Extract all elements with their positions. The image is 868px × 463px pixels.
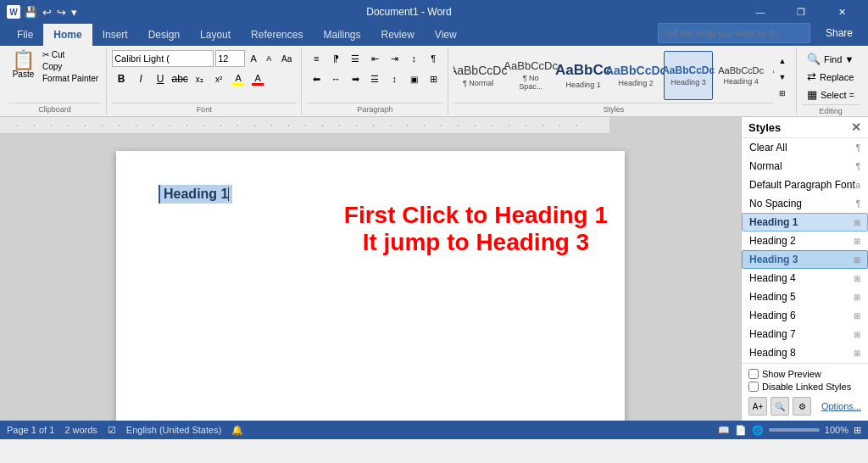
- style-heading2[interactable]: AaBbCcDc Heading 2: [611, 51, 660, 100]
- annotation-line2: It jump to Heading 3: [344, 229, 608, 256]
- tab-review[interactable]: Review: [370, 24, 424, 46]
- read-mode-icon[interactable]: 📖: [718, 425, 730, 436]
- panel-item-heading7[interactable]: Heading 7 ⊞: [742, 325, 868, 343]
- numbering-button[interactable]: ⁋: [326, 49, 345, 68]
- show-preview-checkbox[interactable]: Show Preview: [748, 369, 861, 379]
- tab-home[interactable]: Home: [43, 24, 92, 46]
- multilevel-button[interactable]: ☰: [346, 49, 364, 68]
- text-highlight-button[interactable]: A: [229, 70, 248, 88]
- ribbon: 📋 Paste ✂ Cut Copy Format Painter Clipbo…: [0, 46, 868, 117]
- styles-more[interactable]: ⊞: [776, 86, 789, 101]
- italic-button[interactable]: I: [131, 70, 150, 88]
- panel-item-heading8[interactable]: Heading 8 ⊞: [742, 343, 868, 362]
- inspector-button[interactable]: 🔍: [771, 397, 789, 416]
- styles-scroll-down[interactable]: ▼: [776, 70, 789, 85]
- subscript-button[interactable]: x₂: [190, 70, 209, 88]
- style-h4-label: Heading 4: [724, 77, 759, 86]
- page-info[interactable]: Page 1 of 1: [7, 425, 54, 435]
- clear-format-button[interactable]: Aa: [277, 49, 296, 68]
- minimize-button[interactable]: —: [741, 0, 780, 24]
- font-grow-button[interactable]: A: [247, 50, 260, 67]
- shading-button[interactable]: ▣: [404, 70, 423, 88]
- tell-me-input[interactable]: [658, 23, 810, 43]
- tab-view[interactable]: View: [425, 24, 467, 46]
- cut-button[interactable]: ✂ Cut: [40, 49, 101, 60]
- zoom-fit-icon[interactable]: ⊞: [854, 425, 861, 436]
- panel-item-normal[interactable]: Normal ¶: [742, 157, 868, 176]
- panel-item-heading4[interactable]: Heading 4 ⊞: [742, 269, 868, 287]
- bullets-button[interactable]: ≡: [307, 49, 326, 68]
- tab-file[interactable]: File: [7, 24, 43, 46]
- underline-button[interactable]: U: [151, 70, 170, 88]
- tab-design[interactable]: Design: [138, 24, 190, 46]
- tab-references[interactable]: References: [241, 24, 313, 46]
- font-name-select[interactable]: [112, 50, 214, 67]
- close-button[interactable]: ✕: [822, 0, 861, 24]
- panel-item-heading1[interactable]: Heading 1 ⊞: [742, 213, 868, 232]
- copy-button[interactable]: Copy: [40, 61, 101, 72]
- panel-item-no-spacing[interactable]: No Spacing ¶: [742, 194, 868, 213]
- sort-button[interactable]: ↕: [404, 49, 423, 68]
- new-style-button[interactable]: A+: [748, 397, 767, 416]
- panel-item-clear-all[interactable]: Clear All ¶: [742, 138, 868, 157]
- language-info[interactable]: English (United States): [126, 425, 222, 435]
- font-shrink-button[interactable]: A: [262, 50, 275, 67]
- style-no-spacing[interactable]: AaBbCcDc ¶ No Spac...: [506, 51, 555, 100]
- disable-linked-input[interactable]: [748, 382, 759, 392]
- zoom-slider[interactable]: [769, 428, 820, 432]
- panel-item-default-para[interactable]: Default Paragraph Font a: [742, 176, 868, 194]
- word-count[interactable]: 2 words: [64, 425, 97, 435]
- find-button[interactable]: 🔍 Find ▼: [802, 51, 860, 67]
- show-marks-button[interactable]: ¶: [424, 49, 442, 68]
- line-spacing-button[interactable]: ↕: [385, 70, 403, 88]
- panel-item-heading2[interactable]: Heading 2 ⊞: [742, 232, 868, 250]
- style-heading4[interactable]: AaBbCcDc Heading 4: [716, 51, 765, 100]
- print-layout-icon[interactable]: 📄: [735, 425, 747, 436]
- paste-label: Paste: [13, 70, 35, 79]
- font-color-button[interactable]: A: [248, 70, 267, 88]
- maximize-button[interactable]: ❐: [782, 0, 821, 24]
- align-right-button[interactable]: ➡: [346, 70, 364, 88]
- document-page[interactable]: Heading 1 First Click to Heading 1 It ju…: [116, 151, 625, 421]
- more-quick-btn[interactable]: ▾: [71, 6, 77, 19]
- panel-item-heading6[interactable]: Heading 6 ⊞: [742, 306, 868, 325]
- styles-panel-footer: Show Preview Disable Linked Styles A+ 🔍 …: [742, 363, 868, 421]
- undo-quick-btn[interactable]: ↩: [42, 6, 52, 19]
- justify-button[interactable]: ☰: [365, 70, 384, 88]
- styles-panel-close-button[interactable]: ✕: [851, 120, 861, 134]
- disable-linked-checkbox[interactable]: Disable Linked Styles: [748, 382, 861, 392]
- increase-indent-button[interactable]: ⇥: [385, 49, 403, 68]
- select-icon: ▦: [807, 88, 817, 101]
- align-center-button[interactable]: ↔: [326, 70, 345, 88]
- tab-insert[interactable]: Insert: [92, 24, 138, 46]
- zoom-level[interactable]: 100%: [825, 425, 849, 435]
- format-painter-button[interactable]: Format Painter: [40, 73, 101, 84]
- font-size-select[interactable]: [215, 50, 245, 67]
- redo-quick-btn[interactable]: ↪: [57, 6, 66, 19]
- tab-mailings[interactable]: Mailings: [313, 24, 370, 46]
- save-quick-btn[interactable]: 💾: [24, 6, 37, 19]
- superscript-button[interactable]: x²: [209, 70, 228, 88]
- style-heading3[interactable]: AaBbCcDc Heading 3: [664, 51, 713, 100]
- web-view-icon[interactable]: 🌐: [752, 425, 764, 436]
- replace-button[interactable]: ⇄ Replace: [802, 69, 860, 85]
- select-button[interactable]: ▦ Select =: [802, 86, 860, 103]
- borders-button[interactable]: ⊞: [424, 70, 442, 88]
- styles-scroll-up[interactable]: ▲: [776, 53, 789, 69]
- decrease-indent-button[interactable]: ⇤: [365, 49, 384, 68]
- bold-button[interactable]: B: [112, 70, 131, 88]
- manage-styles-button[interactable]: ⚙: [793, 397, 811, 416]
- document-heading[interactable]: Heading 1: [159, 185, 232, 204]
- paste-button[interactable]: 📋 Paste: [8, 49, 38, 84]
- options-link[interactable]: Options...: [821, 401, 861, 411]
- share-button[interactable]: Share: [817, 23, 861, 43]
- panel-item-heading5[interactable]: Heading 5 ⊞: [742, 287, 868, 306]
- align-left-button[interactable]: ⬅: [307, 70, 326, 88]
- style-normal[interactable]: AaBbCcDc ¶ Normal: [453, 51, 503, 100]
- panel-item-heading3[interactable]: Heading 3 ⊞: [742, 250, 868, 269]
- show-preview-input[interactable]: [748, 369, 759, 379]
- document-area[interactable]: Heading 1 First Click to Heading 1 It ju…: [0, 117, 741, 421]
- strikethrough-button[interactable]: abc: [170, 70, 189, 88]
- tab-layout[interactable]: Layout: [190, 24, 241, 46]
- style-heading1[interactable]: AaBbCc Heading 1: [559, 51, 608, 100]
